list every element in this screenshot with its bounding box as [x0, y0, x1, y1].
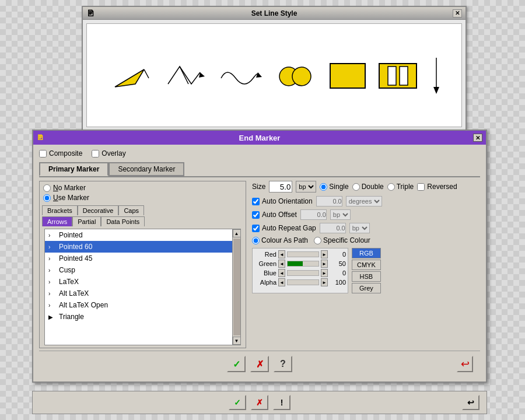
marker-item-pointed-45[interactable]: › Pointed 45 — [45, 253, 240, 264]
bottom-reset-btn[interactable]: ↩ — [462, 395, 480, 410]
red-increase-btn[interactable]: ► — [321, 250, 328, 258]
tab-primary-marker[interactable]: Primary Marker — [39, 162, 108, 176]
green-decrease-btn[interactable]: ◄ — [278, 260, 285, 268]
tab-decorative[interactable]: Decorative — [78, 205, 119, 215]
auto-orientation-unit[interactable]: degrees — [346, 196, 382, 206]
specific-colour-label[interactable]: Specific Colour — [314, 236, 370, 244]
type-tabs-2: Arrows Partial Data Points — [40, 215, 246, 226]
no-marker-label[interactable]: No Marker — [43, 184, 242, 192]
triple-radio-label[interactable]: Triple — [387, 183, 414, 191]
shape-wave — [215, 52, 262, 99]
arrow-icon: › — [48, 302, 55, 309]
svg-rect-6 — [330, 64, 365, 88]
bottom-ok-btn[interactable]: ✓ — [229, 395, 246, 410]
auto-offset-unit[interactable]: bp — [330, 209, 351, 220]
triple-radio[interactable] — [387, 183, 395, 191]
bottom-help-btn[interactable]: ! — [273, 395, 290, 410]
red-label: Red — [254, 251, 276, 258]
tab-arrows[interactable]: Arrows — [42, 216, 72, 226]
scroll-up-btn[interactable]: ▲ — [233, 229, 241, 237]
no-marker-text: No Marker — [53, 184, 86, 192]
marker-item-latex[interactable]: › LaTeX — [45, 276, 240, 288]
tab-brackets[interactable]: Brackets — [42, 205, 78, 215]
tab-partial[interactable]: Partial — [72, 216, 101, 226]
auto-orientation-checkbox-label[interactable]: Auto Orientation — [252, 197, 313, 205]
double-radio-label[interactable]: Double — [352, 183, 384, 191]
grey-btn[interactable]: Grey — [352, 283, 381, 293]
cmyk-btn[interactable]: CMYK — [352, 260, 381, 270]
specific-colour-radio[interactable] — [314, 237, 321, 244]
composite-checkbox-label[interactable]: Composite — [39, 149, 82, 158]
marker-item-pointed[interactable]: › Pointed — [45, 229, 240, 241]
auto-offset-input[interactable] — [300, 209, 327, 220]
use-marker-radio[interactable] — [43, 194, 51, 202]
marker-item-pointed-60[interactable]: › Pointed 60 — [45, 241, 240, 253]
scroll-thumb[interactable] — [233, 239, 240, 335]
marker-item-cusp[interactable]: › Cusp — [45, 264, 240, 276]
colour-as-path-text: Colour As Path — [261, 236, 308, 244]
auto-repeat-checkbox[interactable] — [252, 225, 260, 232]
use-marker-label[interactable]: Use Marker — [43, 194, 242, 202]
end-marker-close[interactable]: ✕ — [473, 134, 482, 142]
composite-checkbox[interactable] — [39, 150, 47, 158]
green-value: 50 — [330, 260, 346, 267]
size-input[interactable] — [269, 181, 292, 192]
auto-repeat-checkbox-label[interactable]: Auto Repeat Gap — [252, 224, 316, 232]
marker-label: Pointed — [59, 231, 83, 239]
marker-item-alt-latex[interactable]: › Alt LaTeX — [45, 288, 240, 299]
auto-offset-checkbox[interactable] — [252, 211, 260, 219]
cancel-button[interactable]: ✗ — [250, 356, 269, 372]
marker-item-triangle[interactable]: ▶ Triangle — [45, 311, 240, 323]
tab-caps[interactable]: Caps — [118, 205, 144, 215]
no-marker-radio[interactable] — [43, 184, 51, 192]
blue-slider-track[interactable] — [287, 270, 319, 276]
colour-as-path-label[interactable]: Colour As Path — [252, 236, 308, 244]
overlay-checkbox[interactable] — [92, 150, 99, 158]
marker-label: Pointed 60 — [59, 243, 92, 251]
hsb-btn[interactable]: HSB — [352, 271, 381, 282]
green-label: Green — [254, 260, 276, 267]
set-line-style-title: Set Line Style — [251, 9, 298, 18]
blue-increase-btn[interactable]: ► — [321, 269, 328, 277]
bottom-cancel-btn[interactable]: ✗ — [251, 395, 268, 410]
set-line-style-close[interactable]: ✕ — [453, 9, 462, 18]
primary-marker-label: Primary Marker — [48, 165, 99, 173]
single-radio-label[interactable]: Single — [320, 183, 348, 191]
tab-data-points[interactable]: Data Points — [101, 216, 145, 226]
auto-orientation-checkbox[interactable] — [252, 198, 260, 205]
colour-as-path-radio[interactable] — [252, 237, 260, 244]
reset-button[interactable]: ↩ — [457, 356, 473, 372]
marker-label: Cusp — [59, 266, 75, 274]
help-button[interactable]: ? — [274, 356, 292, 372]
marker-list-container[interactable]: › Pointed › Pointed 60 › Pointed 45 — [44, 229, 241, 345]
arrow-icon: › — [48, 290, 55, 297]
auto-repeat-input[interactable] — [320, 223, 346, 233]
alpha-increase-btn[interactable]: ► — [321, 278, 328, 286]
shape-circles — [271, 52, 318, 99]
size-unit-select[interactable]: bp — [296, 181, 316, 192]
double-radio[interactable] — [352, 183, 360, 191]
overlay-checkbox-label[interactable]: Overlay — [92, 149, 125, 158]
alpha-slider-track[interactable] — [287, 279, 319, 285]
blue-decrease-btn[interactable]: ◄ — [278, 269, 285, 277]
auto-repeat-unit[interactable]: bp — [349, 223, 370, 233]
auto-orientation-input[interactable] — [316, 196, 342, 206]
green-slider-track[interactable] — [287, 261, 319, 267]
green-increase-btn[interactable]: ► — [321, 260, 328, 268]
ok-button[interactable]: ✓ — [227, 356, 246, 372]
reversed-checkbox[interactable] — [417, 183, 425, 191]
red-decrease-btn[interactable]: ◄ — [278, 250, 285, 258]
scrollbar[interactable]: ▲ ▼ — [232, 229, 240, 345]
red-slider-track[interactable] — [287, 251, 319, 257]
reversed-checkbox-label[interactable]: Reversed — [417, 183, 457, 191]
scroll-down-btn[interactable]: ▼ — [233, 337, 241, 345]
alpha-decrease-btn[interactable]: ◄ — [278, 278, 285, 286]
rgb-btn[interactable]: RGB — [352, 248, 381, 258]
auto-offset-checkbox-label[interactable]: Auto Offset — [252, 211, 297, 219]
single-radio[interactable] — [320, 183, 327, 191]
auto-orientation-label: Auto Orientation — [262, 197, 313, 205]
marker-label: Alt LaTeX Open — [59, 301, 108, 309]
dialog-buttons: ✓ ✗ ? ↩ — [39, 351, 480, 377]
marker-item-alt-latex-open[interactable]: › Alt LaTeX Open — [45, 299, 240, 311]
tab-secondary-marker[interactable]: Secondary Marker — [108, 162, 184, 176]
